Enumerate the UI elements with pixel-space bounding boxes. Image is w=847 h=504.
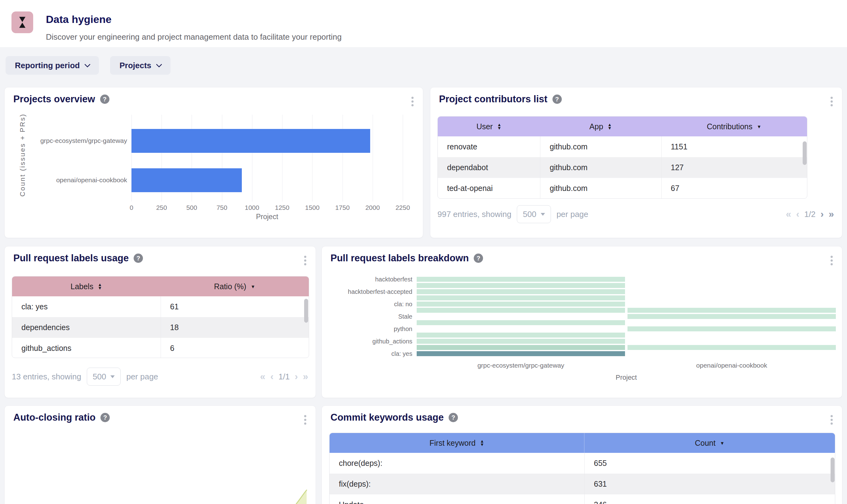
dashboard-page: Data hygiene Discover your engineering a… xyxy=(0,0,847,504)
gridline xyxy=(343,115,343,201)
gridline xyxy=(403,115,403,201)
table-row: fix(deps):631 xyxy=(329,474,835,494)
x-axis-label: Project xyxy=(616,374,637,381)
projects-dropdown[interactable]: Projects xyxy=(110,56,170,75)
panel-title: Auto-closing ratio xyxy=(13,412,95,423)
last-page-button[interactable]: » xyxy=(829,209,834,220)
bar-grpc-ecosystem/grpc-gateway[interactable] xyxy=(131,129,370,153)
help-icon[interactable]: ? xyxy=(449,413,458,422)
kebab-menu-icon[interactable] xyxy=(303,254,308,267)
x-tick-label: 1750 xyxy=(335,204,350,211)
heatmap-row-label: Stale xyxy=(319,313,412,320)
first-page-button: « xyxy=(260,371,265,382)
heatmap-cell[interactable] xyxy=(628,326,836,331)
table-cell: 655 xyxy=(584,453,835,474)
table-cell: fix(deps): xyxy=(329,474,584,494)
column-header-labels[interactable]: Labels▲▼ xyxy=(12,276,161,296)
column-header-ratio-[interactable]: Ratio (%)▼ xyxy=(161,276,309,296)
page-indicator: 1/1 xyxy=(278,372,290,381)
table-cell: dependencies xyxy=(12,317,161,338)
heatmap-cell[interactable] xyxy=(628,314,836,319)
heatmap-row-label: python xyxy=(319,326,412,332)
heatmap-cell[interactable] xyxy=(628,345,836,350)
per-page-select[interactable]: 500 xyxy=(87,367,121,385)
table-row: github_actions6 xyxy=(12,338,309,358)
entries-count-label: 13 entries, showing xyxy=(12,372,81,381)
help-icon[interactable]: ? xyxy=(133,254,143,263)
heatmap-cell[interactable] xyxy=(417,277,625,282)
reporting-period-dropdown[interactable]: Reporting period xyxy=(5,56,99,75)
table-cell: github.com xyxy=(540,157,661,178)
heatmap-cell[interactable] xyxy=(417,351,625,356)
heatmap-cell[interactable] xyxy=(417,320,625,325)
panel-projects-overview: Projects overview ? 02505007501000125015… xyxy=(4,87,423,238)
pr-labels-table: Labels▲▼Ratio (%)▼cla: yes61dependencies… xyxy=(12,276,309,358)
column-label: First keyword xyxy=(429,438,475,448)
x-tick-label: 750 xyxy=(216,204,227,211)
pr-labels-pagination: 13 entries, showing500per page«‹1/1›» xyxy=(12,367,308,385)
kebab-menu-icon[interactable] xyxy=(303,414,308,426)
table-row: cla: yes61 xyxy=(12,296,309,317)
panel-header: Auto-closing ratio ? xyxy=(13,412,110,423)
x-tick-label: 500 xyxy=(186,204,197,211)
sort-icon: ▲▼ xyxy=(98,283,102,290)
area-line xyxy=(178,490,307,504)
per-page-select[interactable]: 500 xyxy=(517,205,551,223)
heatmap-cell[interactable] xyxy=(417,302,625,307)
table-cell: github.com xyxy=(540,137,661,157)
area-fill xyxy=(178,490,307,504)
bar-openai/openai-cookbook[interactable] xyxy=(131,168,242,192)
help-icon[interactable]: ? xyxy=(553,94,562,104)
heatmap-cell[interactable] xyxy=(417,345,625,350)
column-header-count[interactable]: Count▼ xyxy=(584,433,835,453)
commit-keywords-table: First keyword▲▼Count▼chore(deps):655fix(… xyxy=(329,433,835,504)
y-axis-label: Count (issues + PRs) xyxy=(19,113,27,197)
column-label: Contributions xyxy=(707,122,753,131)
heatmap-cell[interactable] xyxy=(417,283,625,288)
column-header-contributions[interactable]: Contributions▼ xyxy=(661,116,807,137)
y-category-label: openai/openai-cookbook xyxy=(34,176,127,184)
scrollbar-thumb[interactable] xyxy=(831,457,834,482)
column-header-first-keyword[interactable]: First keyword▲▼ xyxy=(329,433,584,453)
contributors-pagination: 997 entries, showing500per page«‹1/2›» xyxy=(437,205,834,223)
reporting-period-label: Reporting period xyxy=(15,61,80,70)
column-header-app[interactable]: App▲▼ xyxy=(540,116,661,137)
last-page-button: » xyxy=(303,371,308,382)
table-cell: 18 xyxy=(161,317,309,338)
heatmap-row-label: cla: no xyxy=(319,301,412,307)
scrollbar-thumb[interactable] xyxy=(304,299,308,323)
table-cell: renovate xyxy=(438,137,540,157)
panel-auto-closing-ratio: Auto-closing ratio ? xyxy=(4,406,316,504)
heatmap-cell[interactable] xyxy=(417,295,625,300)
heatmap-cell[interactable] xyxy=(417,339,625,344)
heatmap-cell[interactable] xyxy=(417,308,625,313)
heatmap-cell[interactable] xyxy=(628,308,836,313)
table-cell: cla: yes xyxy=(12,296,161,317)
chevron-down-icon xyxy=(85,61,91,68)
table-cell: 127 xyxy=(661,157,807,178)
scrollbar-thumb[interactable] xyxy=(803,141,807,165)
heatmap-row-label: hacktoberfest xyxy=(319,276,412,282)
page-indicator: 1/2 xyxy=(804,210,815,219)
hourglass-glyph xyxy=(18,16,27,29)
x-tick-label: 2250 xyxy=(396,204,410,211)
next-page-button[interactable]: › xyxy=(820,209,824,220)
pr-labels-heatmap: hacktoberfesthacktoberfest-acceptedcla: … xyxy=(322,247,842,398)
kebab-menu-icon[interactable] xyxy=(829,414,834,426)
table-cell: 61 xyxy=(161,296,309,317)
kebab-menu-icon[interactable] xyxy=(829,95,834,108)
gridline xyxy=(252,115,252,201)
table-cell: github.com xyxy=(540,178,661,199)
help-icon[interactable]: ? xyxy=(101,413,110,422)
heatmap-cell[interactable] xyxy=(417,332,625,338)
table-row: Update346 xyxy=(329,494,835,504)
panel-header: Project contributors list ? xyxy=(439,94,562,105)
x-tick-label: 0 xyxy=(130,204,133,211)
page-subtitle: Discover your engineering and project ma… xyxy=(46,32,342,42)
column-header-user[interactable]: User▲▼ xyxy=(438,116,540,137)
projects-overview-bar-chart: 0250500750100012501500175020002250grpc-e… xyxy=(5,87,423,238)
heatmap-cell[interactable] xyxy=(417,289,625,294)
table-row: dependabotgithub.com127 xyxy=(438,157,807,178)
table-header-row: First keyword▲▼Count▼ xyxy=(329,433,835,453)
contributors-table: User▲▼App▲▼Contributions▼renovategithub.… xyxy=(437,116,807,199)
